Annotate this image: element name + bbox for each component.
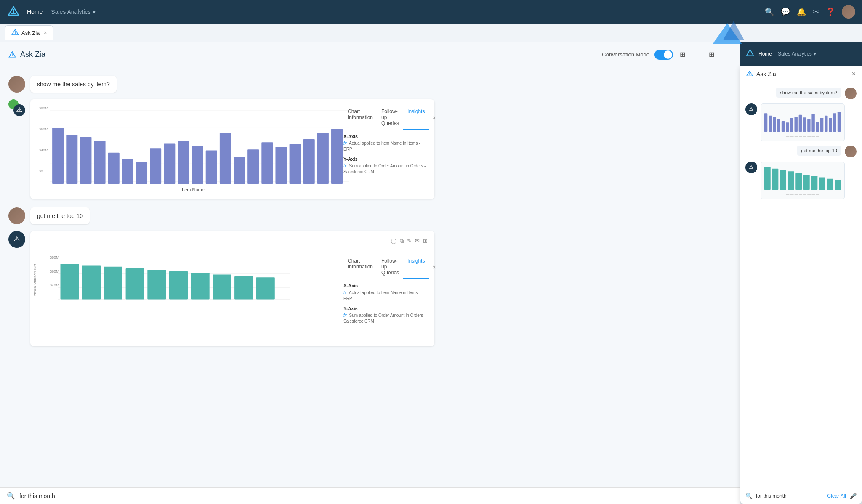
nav-links: Home Sales Analytics ▾: [27, 8, 96, 15]
chat-icon[interactable]: 💬: [781, 7, 790, 16]
svg-rect-32: [303, 139, 315, 184]
mini-zia-message-2: — — — — — — — —: [745, 162, 857, 199]
mini-chart-x-label-1: — — — — — — — —: [764, 134, 842, 138]
user-bubble-2: get me the top 10: [30, 207, 90, 224]
help-icon[interactable]: ❓: [826, 7, 835, 16]
svg-rect-59: [769, 116, 772, 132]
svg-rect-27: [234, 157, 245, 184]
svg-rect-43: [104, 267, 122, 300]
svg-rect-25: [206, 150, 217, 184]
y-zero-label-1: $0: [39, 169, 43, 173]
svg-rect-46: [169, 271, 188, 300]
svg-rect-49: [234, 276, 253, 299]
chart2-content: Annual Order Amount $80M $60M $40M: [37, 255, 428, 340]
mini-user-avatar-2: [845, 146, 857, 157]
svg-rect-34: [331, 129, 343, 184]
search-icon[interactable]: 🔍: [765, 7, 774, 16]
more-icon-alt[interactable]: ⋮: [721, 49, 731, 60]
share-icon[interactable]: ✉: [415, 238, 420, 245]
tab-close-icon[interactable]: ×: [44, 30, 47, 36]
more-options-icon[interactable]: ⋮: [692, 49, 702, 60]
svg-rect-28: [247, 149, 259, 184]
chart-info-tab-2[interactable]: ChartInformation: [343, 255, 377, 279]
mini-nav-links: Home Sales Analytics ▾: [758, 51, 816, 57]
chat-area: show me the sales by item? $: [0, 67, 740, 487]
chart-tools-row: ⓘ ⧉ ✎ ✉ ⊞: [37, 238, 428, 245]
svg-rect-16: [80, 137, 91, 184]
mini-search-bar: 🔍 Clear All 🎤: [740, 488, 862, 504]
mini-zia-title: Ask Zia: [756, 71, 776, 77]
svg-rect-75: [838, 112, 841, 132]
svg-rect-86: [835, 180, 841, 190]
mini-nav-home[interactable]: Home: [758, 51, 772, 57]
mini-zia-panel: Ask Zia × show me the sales by item?: [740, 66, 862, 504]
clear-all-button[interactable]: Clear All: [827, 493, 846, 499]
ask-zia-tab[interactable]: Ask Zia ×: [5, 25, 53, 40]
mini-zia-header: Ask Zia ×: [740, 66, 862, 82]
followup-tab-2[interactable]: Follow-upQueries: [377, 255, 403, 279]
svg-rect-24: [192, 146, 203, 184]
mini-zia-icon: [746, 71, 753, 77]
dropdown-icon: ▾: [93, 8, 96, 15]
svg-rect-68: [807, 119, 810, 132]
x-axis-label-text-2: X-Axis: [343, 283, 428, 288]
nav-sales-analytics[interactable]: Sales Analytics ▾: [51, 8, 95, 15]
grid-icon-alt[interactable]: ⊞: [707, 49, 716, 60]
mini-zia-avatar-1: [745, 103, 757, 115]
ask-zia-panel: Ask Zia Conversation Mode ⊞ ⋮ ⊞ ⋮ show m…: [0, 42, 740, 504]
svg-rect-45: [147, 270, 166, 299]
svg-rect-47: [191, 273, 210, 299]
tab-bar: Ask Zia ×: [0, 24, 862, 42]
chart-info-panel-1: ChartInformation Follow-upQueries Insigh…: [343, 106, 428, 192]
svg-rect-60: [773, 117, 776, 132]
info-icon[interactable]: ⓘ: [391, 238, 396, 245]
svg-rect-41: [61, 264, 79, 299]
zia-header-controls: Conversation Mode ⊞ ⋮ ⊞ ⋮: [602, 49, 731, 60]
chart-card-2: ⓘ ⧉ ✎ ✉ ⊞ Annual Order Amount $80M $60M …: [30, 231, 434, 346]
svg-rect-31: [290, 144, 301, 184]
followup-tab-1[interactable]: Follow-upQueries: [377, 106, 403, 130]
mini-search-input[interactable]: [756, 493, 824, 499]
y-mid-label-1: $60M: [39, 127, 48, 131]
mini-zia-close[interactable]: ×: [852, 70, 856, 78]
insights-tab-2[interactable]: Insights: [403, 255, 429, 279]
svg-rect-26: [220, 133, 231, 184]
mini-nav-logo: [746, 49, 754, 59]
grid-chart-icon[interactable]: ⊞: [423, 238, 428, 245]
grid-view-icon[interactable]: ⊞: [678, 49, 687, 60]
chart-close-icon-1[interactable]: ×: [432, 114, 436, 121]
svg-rect-79: [780, 170, 786, 190]
svg-rect-83: [811, 176, 817, 190]
edit-icon[interactable]: ✎: [407, 238, 412, 245]
chart-close-icon-2[interactable]: ×: [432, 264, 436, 271]
mini-chart-x-label-2: — — — — — — — —: [764, 192, 842, 196]
svg-rect-22: [164, 144, 175, 184]
svg-rect-72: [825, 116, 827, 132]
zia-header: Ask Zia Conversation Mode ⊞ ⋮ ⊞ ⋮: [0, 42, 740, 67]
settings-icon[interactable]: ✂: [813, 7, 819, 16]
insights-tab-1[interactable]: Insights: [403, 106, 429, 130]
mic-icon[interactable]: 🎤: [849, 493, 857, 499]
y-mid-label-2: $60M: [50, 269, 59, 273]
zia-avatar-2: [8, 231, 25, 248]
svg-rect-20: [136, 162, 147, 184]
duplicate-icon[interactable]: ⧉: [400, 238, 404, 245]
mini-nav-sales[interactable]: Sales Analytics ▾: [778, 51, 816, 57]
zia-avatar-1: [13, 104, 25, 116]
mini-chart-thumb-1: — — — — — — — —: [761, 103, 845, 141]
conversation-mode-toggle[interactable]: [654, 50, 673, 60]
chart-info-content-1: X-Axis fx Actual applied to Item Name in…: [343, 134, 428, 175]
bell-icon[interactable]: 🔔: [797, 7, 806, 16]
svg-rect-19: [122, 159, 133, 184]
chart-info-panel-2: ChartInformation Follow-upQueries Insigh…: [343, 255, 428, 340]
svg-rect-63: [786, 122, 789, 132]
user-avatar[interactable]: [842, 5, 855, 19]
search-bar: 🔍: [0, 487, 740, 504]
mini-chart-thumb-2: — — — — — — — —: [761, 162, 845, 199]
fx-icon-4: fx: [343, 313, 347, 318]
nav-home[interactable]: Home: [27, 8, 43, 15]
search-input[interactable]: [19, 493, 733, 499]
svg-rect-70: [816, 122, 819, 132]
svg-marker-57: [750, 108, 753, 111]
svg-rect-80: [788, 171, 794, 190]
